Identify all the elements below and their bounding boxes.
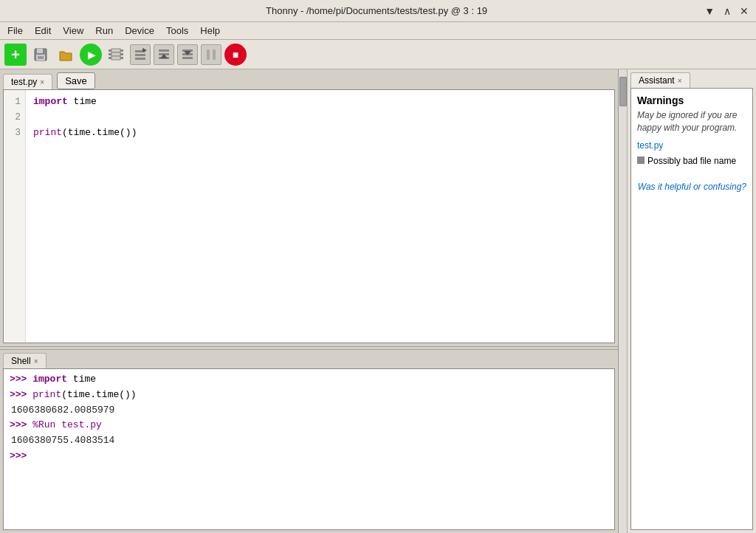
step-over-button[interactable] [130, 44, 151, 65]
helpful-link[interactable]: Was it helpful or confusing? [638, 182, 746, 192]
pause-button[interactable] [201, 44, 221, 65]
stop-button[interactable]: ■ [224, 44, 247, 66]
save-button[interactable] [30, 44, 52, 66]
load-button[interactable] [55, 44, 77, 66]
step-over-icon [134, 48, 147, 61]
stop-icon: ■ [233, 49, 238, 61]
shell-line-3: >>> %Run test.py [10, 418, 608, 433]
svg-rect-20 [182, 57, 193, 59]
plus-icon: + [11, 47, 20, 62]
helpful-link-section: Was it helpful or confusing? [637, 182, 746, 192]
step-into-button[interactable] [154, 44, 174, 65]
svg-rect-1 [37, 49, 43, 53]
menu-edit[interactable]: Edit [30, 24, 55, 38]
svg-rect-7 [111, 49, 120, 52]
assistant-tab-label: Assistant [639, 75, 675, 86]
folder-icon [58, 47, 73, 62]
shell-fn-print: print [32, 389, 61, 400]
shell-prompt-1: >>> [10, 374, 32, 385]
play-icon: ▶ [88, 49, 96, 61]
maximize-button[interactable]: ∧ [722, 5, 732, 17]
line-num-1: 1 [10, 94, 21, 110]
toolbar: + ▶ [0, 40, 756, 69]
debug-button[interactable] [105, 44, 127, 66]
code-line-2 [33, 110, 607, 125]
svg-rect-3 [38, 56, 44, 59]
menu-help[interactable]: Help [196, 24, 224, 38]
svg-rect-12 [135, 58, 145, 60]
warnings-description: May be ignored if you are happy with you… [637, 109, 746, 134]
warnings-title: Warnings [637, 94, 746, 106]
step-out-button[interactable] [177, 44, 198, 65]
run-button[interactable]: ▶ [80, 44, 102, 66]
shell-line-2: >>> print(time.time()) [10, 388, 608, 403]
shell-run-cmd: %Run test.py [32, 419, 102, 430]
warning-square-icon [637, 157, 645, 164]
menu-tools[interactable]: Tools [162, 24, 193, 38]
assistant-tab[interactable]: Assistant × [630, 72, 690, 88]
menu-run[interactable]: Run [91, 24, 117, 38]
shell-line-1: >>> import time [10, 372, 608, 388]
svg-rect-9 [111, 56, 120, 60]
assistant-tab-bar: Assistant × [628, 69, 756, 88]
shell-tab-close[interactable]: × [34, 357, 38, 365]
shell-prompt-3: >>> [10, 419, 32, 430]
keyword-import: import [33, 96, 68, 107]
line-numbers: 1 2 3 [4, 90, 26, 343]
warning-text: Possibly bad file name [647, 155, 736, 168]
main-content: test.py × Save 1 2 3 import time print(t… [0, 69, 756, 533]
shell-tab-bar: Shell × [0, 350, 618, 368]
editor-tab-testpy[interactable]: test.py × [3, 74, 52, 89]
svg-rect-23 [213, 49, 216, 60]
assistant-content: Warnings May be ignored if you are happy… [630, 88, 753, 530]
code-line-1: import time [33, 94, 607, 110]
save-tooltip-button[interactable]: Save [57, 72, 95, 89]
step-into-icon [157, 48, 171, 61]
assistant-tab-close[interactable]: × [678, 77, 682, 85]
menu-device[interactable]: Device [120, 24, 159, 38]
shell-plain-2: (time.time()) [61, 389, 136, 400]
menu-bar: File Edit View Run Device Tools Help [0, 22, 756, 40]
warning-item-1: Possibly bad file name [637, 155, 746, 168]
shell-content[interactable]: >>> import time >>> print(time.time()) 1… [3, 368, 615, 530]
step-out-icon [181, 48, 194, 61]
shell-kw-import: import [32, 374, 67, 385]
shell-section: Shell × >>> import time >>> print(time.t… [0, 350, 618, 533]
shell-tab[interactable]: Shell × [3, 353, 47, 368]
editor-scrollbar-thumb[interactable] [619, 77, 627, 106]
editor-tab-bar: test.py × Save [0, 69, 618, 89]
shell-tab-label: Shell [11, 356, 31, 366]
svg-rect-14 [159, 49, 169, 52]
window-controls: ▼ ∧ ✕ [703, 5, 750, 17]
menu-view[interactable]: View [58, 24, 88, 38]
svg-rect-8 [111, 52, 120, 56]
code-content[interactable]: import time print(time.time()) [26, 90, 614, 343]
window-title: Thonny - /home/pi/Documents/tests/test.p… [50, 5, 703, 16]
editor-scrollbar[interactable] [618, 69, 627, 533]
title-bar: Thonny - /home/pi/Documents/tests/test.p… [0, 0, 756, 22]
line-num-3: 3 [10, 125, 21, 141]
shell-output-1: 1606380682.0085979 [10, 403, 608, 419]
floppy-icon [33, 47, 48, 62]
builtin-print: print [33, 127, 62, 138]
editor-section: test.py × Save 1 2 3 import time print(t… [0, 69, 618, 346]
shell-prompt-2: >>> [10, 389, 32, 400]
shell-output-2: 1606380755.4083514 [10, 433, 608, 449]
debug-icon [108, 48, 124, 61]
editor-shell-wrapper: test.py × Save 1 2 3 import time print(t… [0, 69, 618, 533]
line-num-2: 2 [10, 110, 21, 125]
shell-prompt-4: >>> [10, 450, 27, 461]
code-editor[interactable]: 1 2 3 import time print(time.time()) [3, 89, 615, 343]
pause-icon [206, 49, 216, 61]
shell-plain-1: time [67, 374, 96, 385]
svg-rect-22 [207, 49, 210, 60]
shell-line-4: >>> [10, 449, 608, 464]
svg-rect-11 [135, 54, 145, 56]
close-button[interactable]: ✕ [738, 5, 750, 17]
editor-tab-close[interactable]: × [40, 78, 44, 86]
menu-file[interactable]: File [3, 24, 27, 38]
file-link[interactable]: test.py [637, 140, 663, 151]
code-line-3: print(time.time()) [33, 125, 607, 141]
new-file-button[interactable]: + [4, 44, 27, 66]
minimize-button[interactable]: ▼ [703, 5, 716, 17]
